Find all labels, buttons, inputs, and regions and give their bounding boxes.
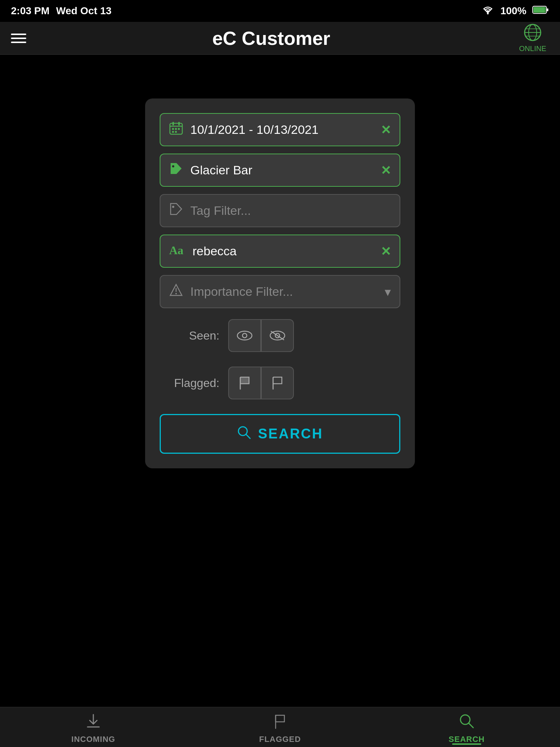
status-bar: 2:03 PM Wed Oct 13 100%	[0, 0, 560, 22]
svg-rect-13	[178, 122, 180, 125]
battery-percentage: 100%	[500, 5, 526, 17]
svg-rect-3	[547, 8, 548, 11]
date-filter-row[interactable]: 10/1/2021 - 10/13/2021 ✕	[160, 113, 400, 146]
calendar-icon	[169, 121, 183, 138]
importance-filter-row[interactable]: Importance Filter... ▾	[160, 275, 400, 308]
svg-line-36	[468, 723, 473, 728]
svg-point-25	[242, 333, 247, 338]
date-filter-clear[interactable]: ✕	[381, 123, 391, 137]
tab-flagged[interactable]: FLAGGED	[187, 710, 373, 744]
flagged-label: Flagged:	[161, 376, 219, 390]
warning-icon	[169, 283, 183, 300]
svg-rect-17	[172, 131, 174, 133]
svg-line-32	[246, 434, 250, 438]
seen-label: Seen:	[161, 329, 219, 342]
svg-rect-15	[175, 128, 177, 130]
online-status: ONLINE	[516, 23, 549, 53]
seen-visible-button[interactable]	[228, 319, 261, 352]
importance-filter-dropdown-icon[interactable]: ▾	[385, 285, 391, 299]
download-icon	[85, 713, 101, 732]
page-title: eC Customer	[26, 27, 516, 49]
search-button[interactable]: SEARCH	[160, 414, 400, 454]
header: eC Customer ONLINE	[0, 22, 560, 55]
status-date: Wed Oct 13	[56, 5, 112, 17]
svg-rect-14	[172, 128, 174, 130]
search-button-label: SEARCH	[258, 426, 323, 442]
svg-point-23	[175, 293, 177, 294]
flagged-section: Flagged:	[160, 363, 400, 403]
location-filter-clear[interactable]: ✕	[381, 163, 391, 178]
seen-toggle-group	[228, 319, 294, 352]
svg-rect-16	[178, 128, 180, 130]
status-time: 2:03 PM	[11, 5, 50, 17]
tag-filter-row[interactable]: Tag Filter...	[160, 194, 400, 227]
tag-outline-icon	[169, 202, 183, 219]
svg-point-19	[172, 165, 174, 167]
location-filter-row[interactable]: Glacier Bar ✕	[160, 154, 400, 187]
svg-point-24	[237, 331, 252, 340]
tab-bar: INCOMING FLAGGED SEARCH	[0, 707, 560, 747]
search-button-icon	[237, 425, 251, 442]
seen-hidden-button[interactable]	[261, 319, 294, 352]
search-tab-icon	[459, 713, 475, 732]
importance-filter-placeholder: Importance Filter...	[190, 285, 377, 299]
svg-point-20	[172, 206, 174, 208]
tab-incoming[interactable]: INCOMING	[0, 710, 187, 744]
flagged-toggle-group	[228, 367, 294, 399]
svg-rect-12	[172, 122, 174, 125]
tag-filter-placeholder: Tag Filter...	[190, 204, 391, 218]
text-filter-clear[interactable]: ✕	[381, 244, 391, 259]
menu-button[interactable]	[11, 34, 26, 43]
battery-icon	[532, 5, 549, 17]
svg-text:Aa: Aa	[169, 244, 183, 256]
flag-icon	[272, 713, 288, 732]
flagged-inactive-button[interactable]	[261, 367, 294, 399]
text-filter-row[interactable]: Aa rebecca ✕	[160, 235, 400, 268]
flagged-active-button[interactable]	[228, 367, 261, 399]
tag-filled-icon	[169, 162, 183, 179]
wifi-icon	[481, 5, 494, 18]
tab-search-label: SEARCH	[449, 735, 485, 744]
location-filter-value: Glacier Bar	[190, 163, 373, 177]
tab-incoming-label: INCOMING	[71, 735, 115, 744]
tab-flagged-label: FLAGGED	[259, 735, 301, 744]
seen-section: Seen:	[160, 316, 400, 356]
svg-rect-2	[533, 7, 546, 13]
svg-point-0	[487, 12, 489, 14]
tab-search[interactable]: SEARCH	[373, 710, 560, 744]
status-time-date: 2:03 PM Wed Oct 13	[11, 5, 112, 17]
filter-panel: 10/1/2021 - 10/13/2021 ✕ Glacier Bar ✕	[145, 98, 415, 468]
main-content: 10/1/2021 - 10/13/2021 ✕ Glacier Bar ✕	[0, 55, 560, 707]
status-indicators: 100%	[481, 5, 549, 18]
online-label: ONLINE	[519, 44, 546, 53]
text-aa-icon: Aa	[169, 243, 185, 260]
svg-rect-18	[175, 131, 177, 133]
globe-icon	[524, 23, 542, 43]
date-filter-value: 10/1/2021 - 10/13/2021	[190, 123, 373, 137]
text-filter-value: rebecca	[192, 244, 373, 258]
